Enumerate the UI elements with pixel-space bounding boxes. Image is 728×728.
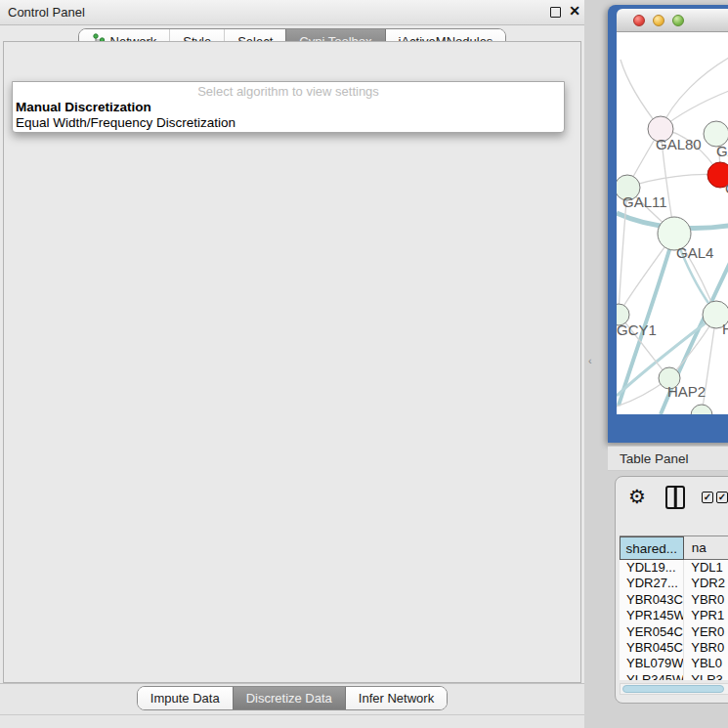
table-cell[interactable]: YPR1 [684,608,728,623]
table-cell[interactable]: YER054C [620,624,684,640]
tab-label: Discretize Data [246,691,332,706]
table-cell[interactable]: YDL1 [684,560,728,576]
network-node-label: HAP2 [667,383,706,400]
network-view-window[interactable]: GAL80GACGAL11GAL4GCY1HHAP2 [608,5,728,443]
table-cell[interactable]: YLR3 [684,672,728,680]
network-node-label: GA [716,143,728,159]
table-cell[interactable]: YBL079W [620,656,684,671]
table-panel-header: Table Panel [608,446,728,471]
network-node[interactable] [691,405,712,414]
network-node-label: GAL80 [656,136,702,152]
network-window-titlebar[interactable] [617,9,728,32]
network-node-label: GAL11 [622,193,667,210]
gear-icon[interactable]: ⚙ [628,486,646,507]
table-row[interactable]: YBR045CYBR0 [620,640,728,656]
table-cell[interactable]: YDR27... [620,576,684,591]
node-table[interactable]: shared...na YDL19...YDL1YDR27...YDR2YBR0… [620,535,728,680]
control-panel-window: Control Panel ✕ NetworkStyleSelectCyni T… [0,0,584,728]
control-panel-title: Control Panel [8,5,85,20]
bottom-tab-bar: Impute DataDiscretize DataInfer Network [0,686,584,710]
algorithm-option-equal-width-frequency-discretization[interactable]: Equal Width/Frequency Discretization [15,115,562,130]
table-cell[interactable]: YBL0 [684,656,728,671]
table-column-header-na[interactable]: na [684,536,728,560]
close-icon[interactable]: ✕ [569,3,580,19]
table-panel: ⚙ ✓ ✓ shared...na YDL19...YDL1YDR27...YD… [615,476,728,704]
table-row[interactable]: YDL19...YDL1 [620,560,728,576]
tab-infer-network[interactable]: Infer Network [345,687,447,709]
table-cell[interactable]: YBR0 [684,592,728,608]
table-cell[interactable]: YDL19... [620,560,684,576]
close-traffic-light-icon[interactable] [633,15,645,26]
table-cell[interactable]: YDR2 [684,576,728,591]
table-panel-title: Table Panel [620,451,689,466]
scrollbar-thumb[interactable] [622,685,724,693]
table-row[interactable]: YER054CYER0 [620,624,728,640]
tab-impute-data[interactable]: Impute Data [138,687,233,709]
float-window-icon[interactable] [550,7,561,18]
algorithm-option-manual-discretization[interactable]: Manual Discretization [15,100,562,114]
tab-discretize-data[interactable]: Discretize Data [233,687,345,709]
tab-label: Impute Data [150,691,220,706]
divider-grip[interactable]: ‹ [588,355,596,366]
checkbox-icon[interactable]: ✓ [716,492,728,503]
table-row[interactable]: YBL079WYBL0 [620,656,728,671]
table-row[interactable]: YLR345WYLR3 [620,672,728,680]
split-panel-icon[interactable] [665,486,685,509]
table-row[interactable]: YDR27...YDR2 [620,576,728,591]
network-node-label: GAL4 [676,244,713,261]
network-nodes: GAL80GACGAL11GAL4GCY1HHAP2 [617,116,728,414]
table-cell[interactable]: YBR0 [684,640,728,656]
table-cell[interactable]: YBR043C [620,592,684,608]
algorithm-dropdown-popup: Select algorithm to view settings Manual… [12,81,565,133]
screen: ‹ Control Panel ✕ NetworkStyleSelectCyni… [0,0,728,728]
network-canvas[interactable]: GAL80GACGAL11GAL4GCY1HHAP2 [617,32,728,414]
tab-label: Infer Network [359,691,434,706]
table-row[interactable]: YBR043CYBR0 [620,592,728,608]
network-node-label: H [722,321,728,337]
table-cell[interactable]: YPR145W [620,608,684,623]
cyni-toolbox-panel [3,41,581,683]
network-node-label: GCY1 [617,321,657,338]
table-horizontal-scrollbar[interactable] [620,683,728,695]
table-row[interactable]: YPR145WYPR1 [620,608,728,623]
table-cell[interactable]: YER0 [684,624,728,640]
control-panel-titlebar: Control Panel ✕ [0,0,584,25]
zoom-traffic-light-icon[interactable] [672,15,684,26]
minimize-traffic-light-icon[interactable] [653,15,664,26]
algorithm-prompt-text: Select algorithm to view settings [13,84,564,99]
table-cell[interactable]: YLR345W [620,672,684,680]
checkbox-icon[interactable]: ✓ [702,492,713,503]
divider-line [0,714,584,715]
table-column-header-shared-[interactable]: shared... [620,536,684,560]
table-cell[interactable]: YBR045C [620,640,684,656]
